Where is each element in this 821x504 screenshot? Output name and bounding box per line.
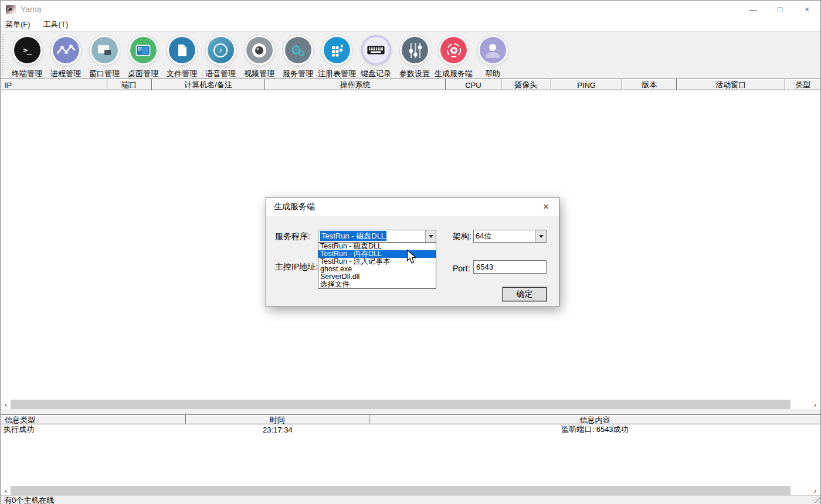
toolbar-button-settings[interactable]: 参数设置 bbox=[395, 35, 434, 79]
column-header-computer[interactable]: 计算机名/备注 bbox=[152, 79, 266, 91]
toolbar-button-keylogger[interactable]: 键盘记录 bbox=[357, 35, 395, 79]
message-table-header: 信息类型 时间 信息内容 bbox=[1, 414, 820, 424]
toolbar-label: 文件管理 bbox=[167, 69, 197, 79]
combo-dropdown-button[interactable] bbox=[535, 230, 546, 242]
message-time-cell: 23:17:34 bbox=[186, 425, 370, 434]
scrollbar-track[interactable] bbox=[11, 486, 810, 495]
window-title: Yama bbox=[21, 5, 42, 14]
toolbar-label: 生成服务端 bbox=[435, 69, 473, 79]
column-header-msg-content[interactable]: 信息内容 bbox=[369, 415, 820, 425]
toolbar-label: 帮助 bbox=[485, 69, 500, 79]
sliders-icon bbox=[402, 37, 428, 63]
column-header-type[interactable]: 类型 bbox=[785, 79, 820, 91]
toolbar-button-desktop[interactable]: 桌面管理 bbox=[124, 35, 162, 79]
dropdown-option[interactable]: 选择文件 bbox=[318, 281, 436, 288]
ok-button[interactable]: 确定 bbox=[503, 287, 547, 301]
chevron-down-icon bbox=[429, 235, 433, 238]
menu-item-tools[interactable]: 工具(T) bbox=[43, 19, 69, 30]
column-header-os[interactable]: 操作系统 bbox=[265, 79, 446, 91]
toolbar-label: 视频管理 bbox=[244, 69, 274, 79]
dialog-title: 生成服务端 bbox=[274, 202, 315, 212]
toolbar-button-help[interactable]: 帮助 bbox=[473, 35, 512, 79]
toolbar-button-terminal[interactable]: >_ 终端管理 bbox=[8, 35, 46, 79]
dropdown-option[interactable]: ServerDll.dll bbox=[318, 273, 436, 281]
app-icon bbox=[6, 5, 16, 14]
desktop-icon bbox=[130, 37, 157, 63]
scrollbar-thumb[interactable] bbox=[11, 400, 791, 409]
column-header-ip[interactable]: IP bbox=[1, 79, 107, 91]
service-program-label: 服务程序: bbox=[275, 231, 310, 242]
column-header-port[interactable]: 端口 bbox=[107, 79, 152, 91]
person-icon bbox=[480, 37, 506, 63]
chevron-down-icon bbox=[539, 235, 544, 238]
host-list-scrollbar[interactable]: ‹ › bbox=[1, 400, 820, 409]
column-header-msg-time[interactable]: 时间 bbox=[186, 415, 370, 425]
close-button[interactable]: × bbox=[793, 1, 820, 18]
dialog-title-bar: 生成服务端 × bbox=[266, 197, 559, 216]
toolbar-button-voice[interactable]: ♪ 语音管理 bbox=[201, 35, 240, 79]
keyboard-icon bbox=[363, 37, 389, 63]
service-program-combobox[interactable]: TestRun - 磁盘DLL bbox=[318, 230, 436, 243]
column-header-msg-type[interactable]: 信息类型 bbox=[1, 415, 186, 425]
toolbar-label: 终端管理 bbox=[12, 69, 42, 79]
column-header-camera[interactable]: 摄像头 bbox=[501, 79, 551, 91]
toolbar-button-process[interactable]: 进程管理 bbox=[46, 35, 85, 79]
toolbar-label: 注册表管理 bbox=[318, 69, 356, 79]
toolbar-label: 服务管理 bbox=[283, 69, 313, 79]
mouse-cursor-icon bbox=[406, 249, 418, 267]
arch-label: 架构: bbox=[453, 231, 471, 242]
toolbar-button-file[interactable]: 文件管理 bbox=[162, 35, 201, 79]
combo-dropdown-button[interactable] bbox=[425, 230, 436, 242]
host-table-header: IP 端口 计算机名/备注 操作系统 CPU 摄像头 PING 版本 活动窗口 … bbox=[1, 79, 820, 90]
scrollbar-thumb[interactable] bbox=[11, 486, 791, 495]
port-label: Port: bbox=[453, 264, 470, 273]
scrollbar-track[interactable] bbox=[11, 400, 810, 409]
master-ip-label: 主控IP地址: bbox=[275, 262, 318, 273]
column-header-cpu[interactable]: CPU bbox=[446, 79, 501, 91]
dropdown-option-highlighted[interactable]: TestRun - 内存DLL bbox=[318, 250, 436, 258]
toolbar-button-window[interactable]: 窗口管理 bbox=[85, 35, 124, 79]
scroll-left-icon[interactable]: ‹ bbox=[1, 400, 11, 409]
menu-item-menu[interactable]: 菜单(F) bbox=[5, 19, 30, 30]
dropdown-option[interactable]: ghost.exe bbox=[318, 265, 436, 273]
toolbar-button-generate-server[interactable]: 生成服务端 bbox=[434, 35, 473, 79]
toolbar-label: 窗口管理 bbox=[89, 69, 120, 79]
registry-grid-icon bbox=[324, 37, 350, 63]
dialog-close-button[interactable]: × bbox=[533, 197, 559, 216]
maximize-button[interactable]: □ bbox=[766, 1, 793, 18]
service-program-dropdown-list: TestRun - 磁盘DLL TestRun - 内存DLL TestRun … bbox=[318, 242, 436, 289]
splitter bbox=[1, 409, 820, 414]
toolbar-label: 语音管理 bbox=[205, 69, 236, 79]
scroll-right-icon[interactable]: › bbox=[810, 486, 820, 495]
title-bar: Yama — □ × bbox=[1, 1, 820, 18]
toolbar-label: 参数设置 bbox=[399, 69, 430, 79]
message-content-cell: 监听端口: 6543成功 bbox=[369, 425, 820, 434]
window-controls: — □ × bbox=[739, 1, 820, 18]
dropdown-option[interactable]: TestRun - 注入记事本 bbox=[318, 258, 436, 265]
toolbar-button-registry[interactable]: 注册表管理 bbox=[317, 35, 357, 79]
toolbar-label: 桌面管理 bbox=[128, 69, 158, 79]
dropdown-option[interactable]: TestRun - 磁盘DLL bbox=[318, 243, 436, 250]
message-type-cell: 执行成功 bbox=[1, 425, 186, 434]
message-list-scrollbar[interactable]: ‹ › bbox=[1, 486, 820, 495]
scroll-left-icon[interactable]: ‹ bbox=[1, 486, 11, 495]
scroll-right-icon[interactable]: › bbox=[810, 400, 820, 409]
column-header-ping[interactable]: PING bbox=[551, 79, 623, 91]
toolbar-button-video[interactable]: 视频管理 bbox=[240, 35, 279, 79]
toolbar: >_ 终端管理 进程管理 窗口管理 桌面管理 文件管理 bbox=[1, 31, 820, 79]
terminal-icon: >_ bbox=[14, 37, 40, 63]
status-bar: 有0个主机在线 bbox=[1, 495, 820, 504]
arch-combobox[interactable]: 64位 bbox=[473, 230, 547, 243]
port-input[interactable] bbox=[473, 260, 547, 274]
message-row[interactable]: 执行成功 23:17:34 监听端口: 6543成功 bbox=[1, 425, 820, 434]
gears-icon: ⚙⚙ bbox=[285, 37, 311, 63]
column-header-version[interactable]: 版本 bbox=[622, 79, 677, 91]
minimize-button[interactable]: — bbox=[739, 1, 766, 18]
column-header-active-window[interactable]: 活动窗口 bbox=[677, 79, 785, 91]
arch-value: 64位 bbox=[474, 231, 535, 241]
app-window: Yama — □ × 菜单(F) 工具(T) >_ 终端管理 进程管理 窗口管理 bbox=[0, 0, 821, 504]
window-icon bbox=[91, 37, 118, 63]
toolbar-button-service[interactable]: ⚙⚙ 服务管理 bbox=[279, 35, 317, 79]
toolbar-label: 键盘记录 bbox=[361, 69, 391, 79]
process-graph-icon bbox=[53, 37, 79, 63]
